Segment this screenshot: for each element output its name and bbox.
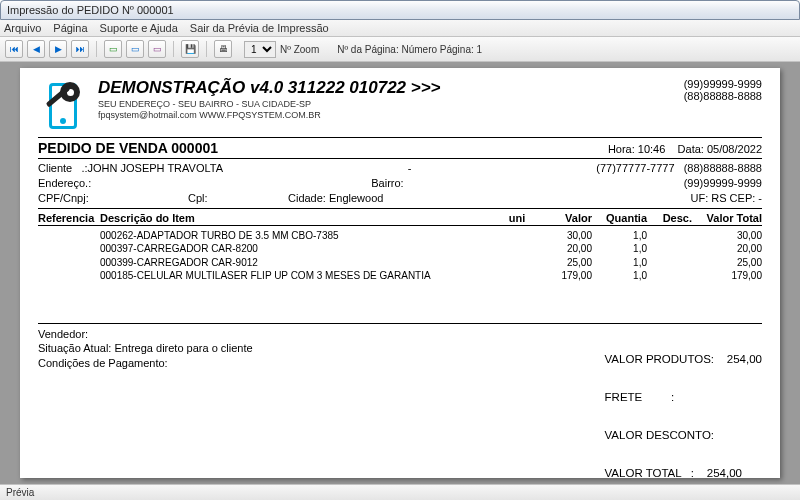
print-preview-window: Impressão do PEDIDO Nº 000001 Arquivo Pá… xyxy=(0,0,800,500)
cidade-label: Cidade: Englewood xyxy=(288,191,690,206)
document-page: DEMONSTRAÇÃO v4.0 311222 010722 >>> SEU … xyxy=(20,68,780,478)
col-uni: uni xyxy=(497,212,537,224)
last-page-icon[interactable]: ⏭ xyxy=(71,40,89,58)
cliente-name: JOHN JOSEPH TRAVOLTA xyxy=(88,161,224,176)
print-icon[interactable]: 🖶 xyxy=(214,40,232,58)
endereco-phone: (99)99999-9999 xyxy=(684,176,762,191)
menu-suporte[interactable]: Suporte e Ajuda xyxy=(100,22,178,34)
company-email: fpqsystem@hotmail.com WWW.FPQSYSTEM.COM.… xyxy=(98,110,674,120)
cliente-label: Cliente .: xyxy=(38,161,88,176)
window-title: Impressão do PEDIDO Nº 000001 xyxy=(7,4,174,16)
pagamento-label: Condições de Pagamento: xyxy=(38,356,605,371)
menu-arquivo[interactable]: Arquivo xyxy=(4,22,41,34)
zoom-width-icon[interactable]: ▭ xyxy=(126,40,144,58)
item-row: 000399-CARREGADOR CAR-901225,001,025,00 xyxy=(38,256,762,270)
page-number-label: Nº da Página: Número Página: 1 xyxy=(337,44,482,55)
statusbar: Prévia xyxy=(0,484,800,500)
zoom-select[interactable]: 1 xyxy=(244,41,276,58)
situacao-label: Situação Atual: Entrega direto para o cl… xyxy=(38,341,605,356)
total-desconto: VALOR DESCONTO: xyxy=(605,429,762,441)
col-ref: Referencia xyxy=(38,212,100,224)
col-tot: Valor Total xyxy=(692,212,762,224)
company-name: DEMONSTRAÇÃO v4.0 311222 010722 >>> xyxy=(98,78,674,98)
toolbar-divider xyxy=(96,41,97,57)
titlebar: Impressão do PEDIDO Nº 000001 xyxy=(0,0,800,20)
items-list: 000262-ADAPTADOR TURBO DE 3.5 MM CBO-738… xyxy=(38,226,762,323)
cpl-label: Cpl: xyxy=(188,191,288,206)
cliente-phones: (77)77777-7777 (88)88888-8888 xyxy=(596,161,762,176)
col-qty: Quantia xyxy=(592,212,647,224)
menubar: Arquivo Página Suporte e Ajuda Sair da P… xyxy=(0,20,800,37)
uf-label: UF: RS CEP: - xyxy=(690,191,762,206)
toolbar-divider xyxy=(206,41,207,57)
total-final: VALOR TOTAL : 254,00 xyxy=(605,467,762,479)
menu-sair[interactable]: Sair da Prévia de Impressão xyxy=(190,22,329,34)
toolbar-divider xyxy=(173,41,174,57)
toolbar: ⏮ ◀ ▶ ⏭ ▭ ▭ ▭ 💾 🖶 1 Nº Zoom Nº da Página… xyxy=(0,37,800,62)
cpf-label: CPF/Cnpj: xyxy=(38,191,188,206)
cliente-sep: - xyxy=(223,161,596,176)
order-title: PEDIDO DE VENDA 000001 xyxy=(38,140,218,156)
canvas-area: DEMONSTRAÇÃO v4.0 311222 010722 >>> SEU … xyxy=(0,62,800,484)
col-val: Valor xyxy=(537,212,592,224)
company-logo-icon xyxy=(38,78,88,133)
total-frete: FRETE : xyxy=(605,391,762,403)
col-desc: Descrição do Item xyxy=(100,212,497,224)
next-page-icon[interactable]: ▶ xyxy=(49,40,67,58)
zoom-fit-icon[interactable]: ▭ xyxy=(104,40,122,58)
prev-page-icon[interactable]: ◀ xyxy=(27,40,45,58)
zoom-label: Nº Zoom xyxy=(280,44,319,55)
order-hora: Hora: 10:46 xyxy=(608,143,665,155)
order-data: Data: 05/08/2022 xyxy=(678,143,762,155)
bairro-label: Bairro: xyxy=(91,176,684,191)
col-disc: Desc. xyxy=(647,212,692,224)
vendedor-label: Vendedor: xyxy=(38,327,605,342)
company-address: SEU ENDEREÇO - SEU BAIRRO - SUA CIDADE-S… xyxy=(98,99,674,109)
item-row: 000185-CELULAR MULTILASER FLIP UP COM 3 … xyxy=(38,269,762,283)
endereco-label: Endereço.: xyxy=(38,176,91,191)
item-row: 000397-CARREGADOR CAR-820020,001,020,00 xyxy=(38,242,762,256)
company-phone2: (88)88888-8888 xyxy=(684,90,762,102)
company-phone1: (99)99999-9999 xyxy=(684,78,762,90)
first-page-icon[interactable]: ⏮ xyxy=(5,40,23,58)
total-produtos: VALOR PRODUTOS: 254,00 xyxy=(605,353,762,365)
item-row: 000262-ADAPTADOR TURBO DE 3.5 MM CBO-738… xyxy=(38,229,762,243)
zoom-page-icon[interactable]: ▭ xyxy=(148,40,166,58)
menu-pagina[interactable]: Página xyxy=(53,22,87,34)
save-icon[interactable]: 💾 xyxy=(181,40,199,58)
